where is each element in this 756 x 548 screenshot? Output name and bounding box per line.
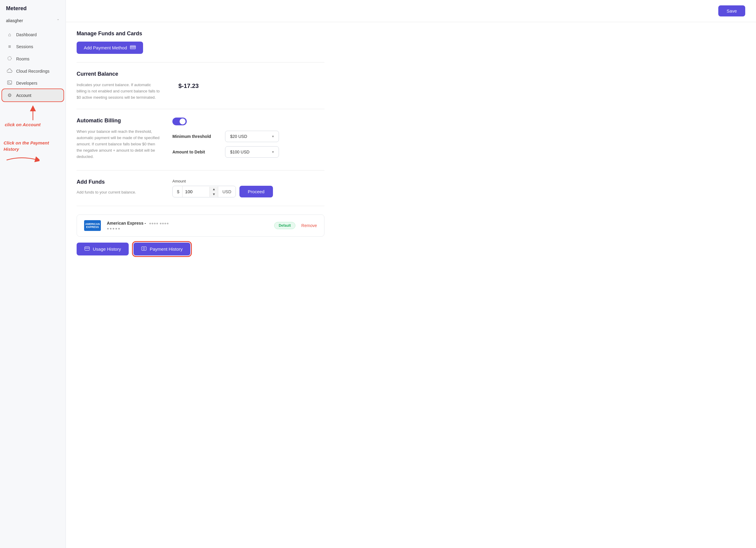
currency-prefix: $ [173, 186, 183, 197]
minimum-threshold-row: Minimum threshold $20 USD ▾ [172, 131, 324, 142]
add-payment-btn-label: Add Payment Method [84, 45, 127, 50]
svg-point-0 [8, 57, 11, 60]
svg-point-7 [143, 248, 145, 250]
manage-funds-title: Manage Funds and Cards [77, 31, 324, 37]
amex-logo: AMERICAN EXPRESS [84, 220, 101, 231]
annotation-click-payment: Click on the Payment History [4, 140, 62, 152]
annotation-click-account: click on Account [4, 120, 62, 128]
minimum-threshold-select[interactable]: $20 USD ▾ [225, 131, 279, 142]
card-number-short: ●●●●● [107, 227, 268, 231]
payment-arrow-icon [4, 154, 40, 166]
payment-cards-section: AMERICAN EXPRESS American Express - ●●●●… [77, 206, 324, 264]
sidebar-item-label: Dashboard [16, 32, 37, 37]
svg-rect-1 [7, 81, 12, 84]
current-balance-amount: $-17.23 [178, 83, 199, 89]
sidebar-item-label: Rooms [16, 57, 29, 61]
svg-rect-6 [142, 247, 146, 251]
usage-history-icon [84, 247, 90, 252]
default-badge: Default [274, 222, 295, 229]
svg-rect-3 [130, 46, 136, 47]
chevron-down-icon: ▾ [272, 150, 274, 154]
sidebar-nav: ⌂ Dashboard ≡ Sessions Rooms Cloud Recor… [0, 28, 66, 102]
usage-history-button[interactable]: Usage History [77, 243, 129, 256]
home-icon: ⌂ [7, 32, 13, 37]
app-logo: Metered [0, 0, 66, 16]
sidebar-item-account[interactable]: ⚙ Account [2, 89, 63, 101]
chevron-down-icon: ⌃ [57, 19, 60, 23]
currency-label: USD [218, 186, 236, 197]
add-funds-section: Add Funds Add funds to your current bala… [77, 171, 324, 206]
add-funds-description: Add funds to your current balance. [77, 190, 160, 195]
card-name: American Express - ●●●● ●●●● [107, 221, 268, 226]
amex-logo-text: AMERICAN EXPRESS [85, 223, 100, 229]
sidebar-item-label: Account [16, 93, 31, 98]
remove-card-button[interactable]: Remove [301, 223, 317, 228]
rooms-icon [7, 56, 13, 62]
automatic-billing-title: Automatic Billing [77, 118, 160, 124]
chevron-down-icon: ▾ [272, 134, 274, 139]
account-arrow-icon [27, 105, 39, 120]
sidebar-item-label: Cloud Recordings [16, 69, 49, 74]
sidebar-item-cloud-recordings[interactable]: Cloud Recordings [2, 66, 63, 77]
sidebar: Metered aliasgher ⌃ ⌂ Dashboard ≡ Sessio… [0, 0, 66, 548]
user-menu[interactable]: aliasgher ⌃ [0, 16, 66, 28]
sidebar-item-label: Developers [16, 81, 37, 86]
card-info: American Express - ●●●● ●●●● ●●●●● [107, 221, 268, 231]
amount-decrement-button[interactable]: ▼ [210, 192, 218, 197]
add-funds-title: Add Funds [77, 179, 160, 185]
sidebar-item-dashboard[interactable]: ⌂ Dashboard [2, 29, 63, 40]
proceed-button[interactable]: Proceed [239, 186, 273, 198]
minimum-threshold-value: $20 USD [230, 134, 247, 139]
automatic-billing-toggle[interactable] [172, 118, 187, 125]
manage-funds-section: Manage Funds and Cards Add Payment Metho… [77, 22, 324, 63]
current-balance-title: Current Balance [77, 71, 324, 77]
main-content: Save Manage Funds and Cards Add Payment … [66, 0, 756, 548]
top-bar: Save [66, 0, 756, 22]
username: aliasgher [6, 18, 23, 23]
amount-increment-button[interactable]: ▲ [210, 187, 218, 192]
bottom-buttons: Usage History Payment History [77, 243, 324, 256]
current-balance-description: Indicates your current balance. If autom… [77, 82, 160, 101]
cloud-icon [7, 69, 13, 74]
usage-history-label: Usage History [93, 247, 121, 252]
sidebar-item-label: Sessions [16, 44, 33, 49]
amount-input[interactable] [183, 186, 210, 197]
developers-icon [7, 81, 13, 86]
sessions-icon: ≡ [7, 44, 13, 49]
payment-card-row: AMERICAN EXPRESS American Express - ●●●●… [77, 215, 324, 237]
amount-label: Amount [172, 179, 324, 183]
automatic-billing-section: Automatic Billing When your balance will… [77, 109, 324, 171]
svg-rect-5 [85, 248, 89, 249]
card-icon [130, 45, 136, 50]
payment-history-button[interactable]: Payment History [133, 243, 190, 256]
automatic-billing-description: When your balance will reach the thresho… [77, 129, 160, 160]
sidebar-item-developers[interactable]: Developers [2, 78, 63, 89]
amount-to-debit-value: $100 USD [230, 150, 250, 154]
gear-icon: ⚙ [7, 92, 13, 98]
card-number-masked: ●●●● ●●●● [149, 221, 169, 226]
payment-history-icon [141, 247, 147, 252]
payment-history-label: Payment History [150, 247, 183, 252]
sidebar-item-rooms[interactable]: Rooms [2, 53, 63, 65]
minimum-threshold-label: Minimum threshold [172, 134, 220, 139]
amount-to-debit-row: Amount to Debit $100 USD ▾ [172, 146, 324, 158]
amount-stepper: ▲ ▼ [210, 187, 218, 197]
add-payment-button[interactable]: Add Payment Method [77, 42, 143, 54]
amount-to-debit-select[interactable]: $100 USD ▾ [225, 146, 279, 158]
sidebar-item-sessions[interactable]: ≡ Sessions [2, 41, 63, 52]
save-button[interactable]: Save [718, 5, 745, 16]
current-balance-section: Current Balance Indicates your current b… [77, 63, 324, 109]
amount-input-wrap: $ ▲ ▼ USD [172, 186, 236, 198]
amount-to-debit-label: Amount to Debit [172, 150, 220, 154]
